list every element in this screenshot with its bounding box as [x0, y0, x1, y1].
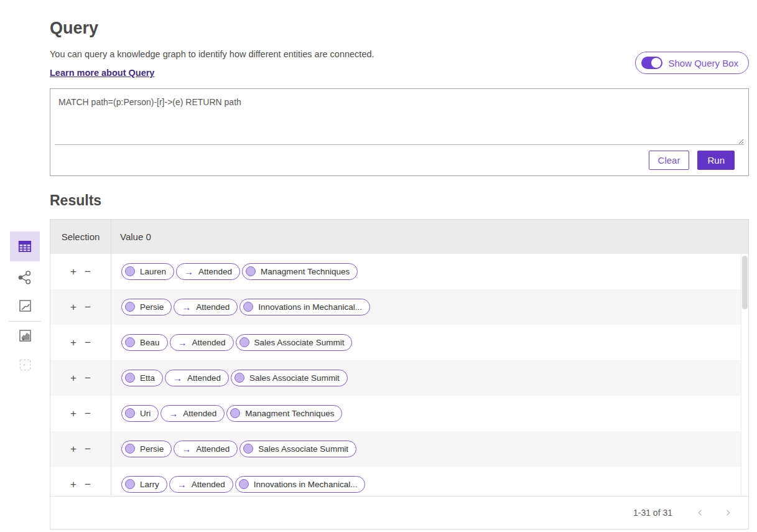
row-selection-cell: + − — [50, 396, 111, 431]
source-node-label: Larry — [140, 480, 159, 489]
node-circle-icon — [125, 266, 135, 276]
relationship-label: Attended — [196, 444, 230, 454]
query-input[interactable]: MATCH path=(p:Person)-[r]->(e) RETURN pa… — [55, 89, 744, 145]
row-value-cell: Larry → Attended Innovations in Mechanic… — [111, 467, 365, 497]
target-node-chip[interactable]: Sales Associate Summit — [239, 441, 356, 457]
relationship-chip[interactable]: → Attended — [174, 299, 238, 315]
source-node-chip[interactable]: Uri — [121, 405, 159, 422]
source-node-chip[interactable]: Larry — [121, 476, 167, 493]
target-node-chip[interactable]: Innovations in Mechanical... — [235, 476, 366, 493]
relationship-chip[interactable]: → Attended — [169, 476, 233, 493]
node-circle-icon — [125, 337, 135, 347]
source-node-chip[interactable]: Persie — [121, 441, 172, 457]
node-circle-icon — [239, 337, 249, 347]
row-selection-cell: + − — [50, 431, 111, 467]
source-node-label: Persie — [140, 302, 164, 312]
sidebar-item-graph-view[interactable] — [17, 269, 33, 286]
remove-row-button[interactable]: − — [85, 408, 91, 419]
source-node-label: Beau — [140, 338, 160, 347]
map-icon — [17, 328, 33, 343]
table-row: + − Uri → Attended Managment Techniques — [50, 396, 748, 431]
target-node-chip[interactable]: Managment Techniques — [242, 263, 358, 280]
results-table-body: + − Lauren → Attended Managment Techniqu… — [50, 254, 748, 497]
row-value-cell: Etta → Attended Sales Associate Summit — [111, 360, 348, 396]
arrow-right-icon: → — [177, 480, 187, 489]
target-node-chip[interactable]: Sales Associate Summit — [231, 370, 348, 386]
relationship-chip[interactable]: → Attended — [160, 405, 225, 422]
query-box: MATCH path=(p:Person)-[r]->(e) RETURN pa… — [50, 88, 749, 176]
target-node-chip[interactable]: Innovations in Mechanical... — [239, 299, 370, 315]
toggle-switch-icon[interactable] — [641, 57, 662, 69]
next-page-button[interactable] — [723, 508, 732, 517]
source-node-chip[interactable]: Persie — [121, 299, 172, 315]
arrow-right-icon: → — [173, 373, 182, 383]
relationship-chip[interactable]: → Attended — [174, 441, 238, 457]
expand-row-button[interactable]: + — [70, 444, 77, 454]
source-node-label: Uri — [140, 409, 151, 418]
target-node-label: Sales Associate Summit — [258, 444, 348, 454]
remove-row-button[interactable]: − — [85, 266, 91, 277]
target-node-chip[interactable]: Managment Techniques — [226, 405, 342, 422]
expand-row-button[interactable]: + — [70, 373, 77, 383]
node-circle-icon — [246, 266, 256, 276]
show-query-box-toggle[interactable]: Show Query Box — [635, 52, 749, 74]
run-button[interactable]: Run — [697, 151, 735, 170]
source-node-chip[interactable]: Etta — [121, 370, 163, 386]
relationship-chip[interactable]: → Attended — [165, 370, 229, 386]
source-node-label: Persie — [140, 444, 164, 454]
view-switcher-sidebar — [10, 231, 40, 373]
expand-row-button[interactable]: + — [70, 266, 77, 277]
target-node-label: Managment Techniques — [261, 267, 350, 276]
relationship-chip[interactable]: → Attended — [170, 334, 234, 351]
source-node-chip[interactable]: Beau — [121, 334, 168, 351]
node-circle-icon — [125, 302, 135, 312]
table-row: + − Lauren → Attended Managment Techniqu… — [50, 254, 748, 289]
arrow-right-icon: → — [182, 302, 191, 312]
node-circle-icon — [230, 408, 240, 418]
node-circle-icon — [125, 373, 135, 383]
remove-row-button[interactable]: − — [85, 337, 91, 348]
toggle-label: Show Query Box — [668, 58, 738, 68]
sidebar-item-map-view[interactable] — [17, 328, 33, 343]
expand-row-button[interactable]: + — [70, 479, 77, 490]
remove-row-button[interactable]: − — [85, 302, 91, 312]
results-table: Selection Value 0 + − Lauren → Attended … — [50, 219, 749, 530]
table-row: + − Persie → Attended Sales Associate Su… — [50, 431, 748, 467]
remove-row-button[interactable]: − — [85, 444, 91, 454]
source-node-label: Lauren — [140, 267, 166, 276]
target-node-label: Managment Techniques — [245, 409, 334, 418]
expand-row-button[interactable]: + — [70, 302, 77, 312]
value-column-header: Value 0 — [111, 231, 151, 242]
target-node-chip[interactable]: Sales Associate Summit — [236, 334, 353, 351]
remove-row-button[interactable]: − — [85, 373, 91, 383]
relationship-label: Attended — [187, 373, 221, 383]
target-node-label: Sales Associate Summit — [249, 373, 340, 383]
node-circle-icon — [243, 302, 253, 312]
vertical-scrollbar[interactable] — [741, 254, 748, 497]
arrow-right-icon: → — [169, 409, 178, 418]
clear-button[interactable]: Clear — [649, 151, 690, 170]
results-table-footer: 1-31 of 31 — [50, 496, 748, 529]
expand-row-button[interactable]: + — [70, 337, 77, 348]
sidebar-item-chart-view[interactable] — [17, 298, 33, 314]
remove-row-button[interactable]: − — [85, 479, 91, 490]
expand-row-button[interactable]: + — [70, 408, 77, 419]
table-row: + − Etta → Attended Sales Associate Summ… — [50, 360, 748, 396]
previous-page-button[interactable] — [696, 508, 705, 517]
results-heading: Results — [50, 192, 749, 209]
pagination-range: 1-31 of 31 — [633, 508, 672, 518]
toggle-knob — [651, 58, 661, 68]
main-content: Query You can query a knowledge graph to… — [50, 0, 749, 530]
table-row: + − Persie → Attended Innovations in Mec… — [50, 289, 748, 325]
relationship-label: Attended — [196, 302, 230, 312]
learn-more-link[interactable]: Learn more about Query — [50, 68, 154, 78]
scrollbar-thumb[interactable] — [742, 256, 748, 309]
source-node-chip[interactable]: Lauren — [121, 263, 174, 280]
sidebar-item-table-view[interactable] — [10, 231, 40, 261]
selection-column-header: Selection — [50, 220, 111, 254]
row-value-cell: Beau → Attended Sales Associate Summit — [111, 325, 352, 360]
relationship-label: Attended — [192, 480, 225, 489]
relationship-chip[interactable]: → Attended — [176, 263, 240, 280]
target-node-label: Sales Associate Summit — [254, 338, 345, 347]
pagination-controls — [696, 508, 732, 517]
